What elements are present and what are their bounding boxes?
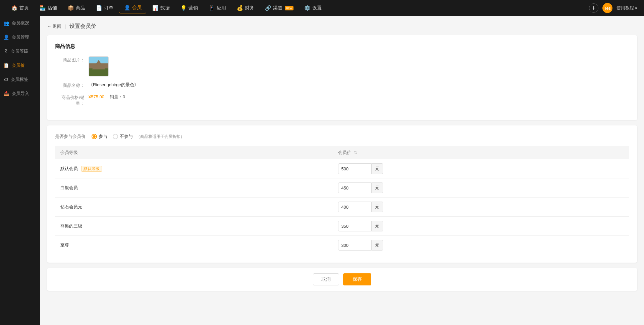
cell-price: 元 xyxy=(333,159,629,178)
cell-level: 至尊 xyxy=(55,236,333,255)
price-input-wrap: 元 xyxy=(338,240,624,251)
nav-settings[interactable]: ⚙️ 设置 xyxy=(300,3,326,13)
participate-hint: （商品将适用于会员折扣） xyxy=(136,134,184,140)
price-input-wrap: 元 xyxy=(338,221,624,231)
price-input-prestige[interactable] xyxy=(338,221,372,231)
radio-not-participate[interactable]: 不参与 xyxy=(113,133,133,140)
cell-level: 尊奥的三级 xyxy=(55,217,333,236)
sidebar-item-price[interactable]: 📋 会员价 xyxy=(0,58,40,72)
sidebar: 👥 会员概况 👤 会员管理 🎖 会员等级 📋 会员价 🏷 会员标签 📥 会员导入 xyxy=(0,16,40,325)
th-level: 会员等级 xyxy=(55,146,333,159)
cell-price: 元 xyxy=(333,236,629,255)
members-icon: 👤 xyxy=(124,5,130,11)
cell-level: 默认会员 默认等级 xyxy=(55,159,333,178)
table-row: 默认会员 默认等级 元 xyxy=(55,159,629,178)
nav-apps[interactable]: 📱 应用 xyxy=(204,3,231,13)
participate-label: 是否参与会员价 xyxy=(55,133,86,140)
price-sales-label: 商品价格/销量： xyxy=(55,94,89,107)
nav-finance[interactable]: 💰 财务 xyxy=(232,3,259,13)
nav-marketing[interactable]: 💡 营销 xyxy=(176,3,203,13)
product-price: ¥575.00 销量：0 xyxy=(89,94,125,100)
price-input-diamond[interactable] xyxy=(338,202,372,212)
back-button[interactable]: ← 返回 xyxy=(47,23,61,30)
user-avatar[interactable]: Tes xyxy=(602,3,612,13)
level-name: 白银会员 xyxy=(60,185,78,190)
cell-level: 钻石会员元 xyxy=(55,198,333,217)
overview-icon: 👥 xyxy=(3,20,9,26)
main-content: ← 返回 | 设置会员价 商品信息 商品图片： 商品名称： 《Riesengeb… xyxy=(40,16,644,325)
price-unit: 元 xyxy=(372,221,383,231)
th-price: 会员价 ⇅ xyxy=(333,146,629,159)
level-name: 默认会员 xyxy=(60,166,78,171)
cell-price: 元 xyxy=(333,178,629,198)
product-price-row: 商品价格/销量： ¥575.00 销量：0 xyxy=(55,94,629,107)
table-body: 默认会员 默认等级 元 白银会员 元 钻石会员 xyxy=(55,159,629,255)
member-price-table: 会员等级 会员价 ⇅ 默认会员 默认等级 元 xyxy=(55,146,629,255)
level-name: 钻石会员元 xyxy=(60,204,82,209)
radio-group: 参与 不参与 xyxy=(92,133,133,140)
level-name: 尊奥的三级 xyxy=(60,223,82,228)
channel-badge: new xyxy=(285,6,293,10)
member-tag: 默认等级 xyxy=(81,166,102,172)
radio-participate-circle xyxy=(92,134,97,139)
sidebar-item-overview[interactable]: 👥 会员概况 xyxy=(0,16,40,30)
save-button[interactable]: 保存 xyxy=(343,273,371,285)
download-button[interactable]: ⬇ xyxy=(589,3,598,13)
marketing-icon: 💡 xyxy=(180,5,187,11)
channel-icon: 🔗 xyxy=(265,5,271,11)
cell-price: 元 xyxy=(333,198,629,217)
sidebar-item-manage[interactable]: 👤 会员管理 xyxy=(0,30,40,44)
page-header: ← 返回 | 设置会员价 xyxy=(47,23,637,30)
participation-row: 是否参与会员价 参与 不参与 （商品将适用于会员折扣） xyxy=(55,133,629,140)
import-icon: 📥 xyxy=(3,91,9,96)
nav-channel[interactable]: 🔗 渠道 new xyxy=(260,3,298,13)
price-unit: 元 xyxy=(372,202,383,212)
price-input-wrap: 元 xyxy=(338,202,624,212)
top-nav-right: ⬇ Tes 使用教程 ▾ xyxy=(589,3,637,13)
price-unit: 元 xyxy=(372,240,383,251)
product-info-card: 商品信息 商品图片： 商品名称： 《Riesengebirge的景色》 商品价格… xyxy=(47,35,637,120)
sidebar-item-import[interactable]: 📥 会员导入 xyxy=(0,87,40,101)
price-input-default[interactable] xyxy=(338,163,372,174)
finance-icon: 💰 xyxy=(237,5,243,11)
product-name: 《Riesengebirge的景色》 xyxy=(89,82,139,88)
orders-icon: 📄 xyxy=(96,5,102,11)
table-row: 钻石会员元 元 xyxy=(55,198,629,217)
product-thumbnail xyxy=(89,56,109,76)
apps-icon: 📱 xyxy=(209,5,215,11)
level-icon: 🎖 xyxy=(3,49,8,54)
chevron-down-icon: ▾ xyxy=(635,6,637,11)
nav-home[interactable]: 🏠 首页 xyxy=(7,3,34,13)
price-input-silver[interactable] xyxy=(338,182,372,193)
radio-not-participate-circle xyxy=(113,134,118,139)
nav-orders[interactable]: 📄 订单 xyxy=(91,3,118,13)
price-input-wrap: 元 xyxy=(338,163,624,174)
radio-participate[interactable]: 参与 xyxy=(92,133,107,140)
data-icon: 📊 xyxy=(152,5,159,11)
product-section-title: 商品信息 xyxy=(55,43,629,50)
price-input-supreme[interactable] xyxy=(338,240,372,251)
table-row: 尊奥的三级 元 xyxy=(55,217,629,236)
image-label: 商品图片： xyxy=(55,56,89,63)
table-row: 白银会员 元 xyxy=(55,178,629,198)
tutorial-button[interactable]: 使用教程 ▾ xyxy=(616,5,637,11)
price-input-wrap: 元 xyxy=(338,182,624,193)
member-price-card: 是否参与会员价 参与 不参与 （商品将适用于会员折扣） xyxy=(47,125,637,263)
footer-actions: 取消 保存 xyxy=(47,268,637,291)
radio-dot xyxy=(93,135,96,138)
sort-icon[interactable]: ⇅ xyxy=(354,150,357,155)
top-navigation: 🏠 首页 🏪 店铺 📦 商品 📄 订单 👤 会员 📊 数据 💡 营销 📱 xyxy=(0,0,644,16)
cell-price: 元 xyxy=(333,217,629,236)
cancel-button[interactable]: 取消 xyxy=(313,273,339,285)
sidebar-item-tags[interactable]: 🏷 会员标签 xyxy=(0,72,40,87)
nav-data[interactable]: 📊 数据 xyxy=(148,3,174,13)
nav-shop[interactable]: 🏪 店铺 xyxy=(35,3,62,13)
price-unit: 元 xyxy=(372,182,383,193)
table-row: 至尊 元 xyxy=(55,236,629,255)
settings-icon: ⚙️ xyxy=(304,5,311,11)
nav-goods[interactable]: 📦 商品 xyxy=(63,3,90,13)
sidebar-item-level[interactable]: 🎖 会员等级 xyxy=(0,44,40,58)
nav-members[interactable]: 👤 会员 xyxy=(119,3,146,13)
shop-icon: 🏪 xyxy=(40,5,46,11)
name-label: 商品名称： xyxy=(55,82,89,89)
